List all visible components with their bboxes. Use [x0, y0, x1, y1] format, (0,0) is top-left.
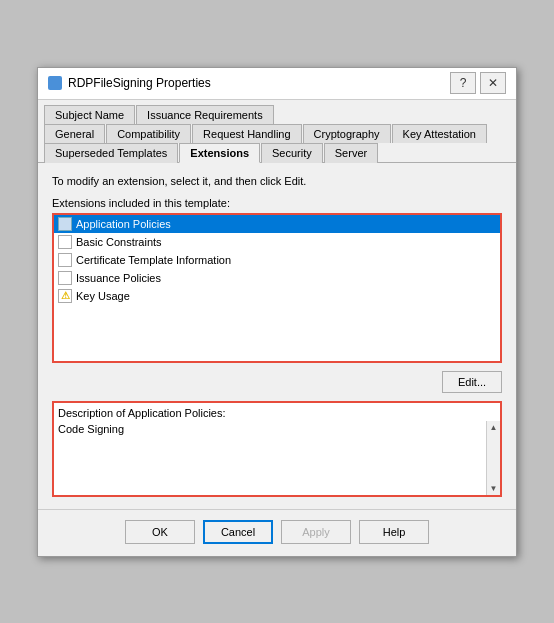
extensions-section-label: Extensions included in this template: — [52, 197, 502, 209]
list-item[interactable]: Certificate Template Information — [54, 251, 500, 269]
tabs-container: Subject Name Issuance Requirements Gener… — [38, 100, 516, 163]
dialog-footer: OK Cancel Apply Help — [38, 509, 516, 556]
dialog-window: RDPFileSigning Properties ? ✕ Subject Na… — [37, 67, 517, 557]
help-title-button[interactable]: ? — [450, 72, 476, 94]
list-item[interactable]: Application Policies — [54, 215, 500, 233]
list-item-icon — [58, 235, 72, 249]
cancel-button[interactable]: Cancel — [203, 520, 273, 544]
scroll-down-arrow[interactable]: ▼ — [490, 484, 498, 493]
apply-button[interactable]: Apply — [281, 520, 351, 544]
warning-icon: ⚠ — [58, 289, 72, 303]
list-item[interactable]: ⚠ Key Usage — [54, 287, 500, 305]
description-scrollbar[interactable]: ▲ ▼ — [486, 421, 500, 495]
tab-cryptography[interactable]: Cryptography — [303, 124, 391, 143]
title-bar-left: RDPFileSigning Properties — [48, 76, 211, 90]
tab-subject-name[interactable]: Subject Name — [44, 105, 135, 124]
ok-button[interactable]: OK — [125, 520, 195, 544]
list-item[interactable]: Basic Constraints — [54, 233, 500, 251]
tab-superseded-templates[interactable]: Superseded Templates — [44, 143, 178, 163]
tab-content: To modify an extension, select it, and t… — [38, 163, 516, 509]
list-item-icon — [58, 271, 72, 285]
tab-extensions[interactable]: Extensions — [179, 143, 260, 163]
description-label: Description of Application Policies: — [54, 403, 500, 421]
tab-row-1: Subject Name Issuance Requirements — [44, 104, 510, 123]
dialog-title: RDPFileSigning Properties — [68, 76, 211, 90]
list-item[interactable]: Issuance Policies — [54, 269, 500, 287]
extensions-list[interactable]: Application Policies Basic Constraints C… — [52, 213, 502, 363]
tab-request-handling[interactable]: Request Handling — [192, 124, 301, 143]
description-box: Description of Application Policies: Cod… — [52, 401, 502, 497]
title-bar: RDPFileSigning Properties ? ✕ — [38, 68, 516, 100]
list-item-icon — [58, 217, 72, 231]
dialog-icon — [48, 76, 62, 90]
close-button[interactable]: ✕ — [480, 72, 506, 94]
tab-key-attestation[interactable]: Key Attestation — [392, 124, 487, 143]
tab-row-2: General Compatibility Request Handling C… — [44, 123, 510, 142]
title-controls: ? ✕ — [450, 72, 506, 94]
tab-general[interactable]: General — [44, 124, 105, 143]
scroll-up-arrow[interactable]: ▲ — [490, 423, 498, 432]
list-item-icon — [58, 253, 72, 267]
tab-row-3: Superseded Templates Extensions Security… — [44, 142, 510, 162]
instruction-text: To modify an extension, select it, and t… — [52, 175, 502, 187]
edit-button[interactable]: Edit... — [442, 371, 502, 393]
tab-compatibility[interactable]: Compatibility — [106, 124, 191, 143]
tab-server[interactable]: Server — [324, 143, 378, 163]
edit-button-row: Edit... — [52, 371, 502, 393]
description-text: Code Signing — [54, 421, 486, 495]
description-content: Code Signing ▲ ▼ — [54, 421, 500, 495]
tab-security[interactable]: Security — [261, 143, 323, 163]
help-button[interactable]: Help — [359, 520, 429, 544]
tab-issuance-requirements[interactable]: Issuance Requirements — [136, 105, 274, 124]
